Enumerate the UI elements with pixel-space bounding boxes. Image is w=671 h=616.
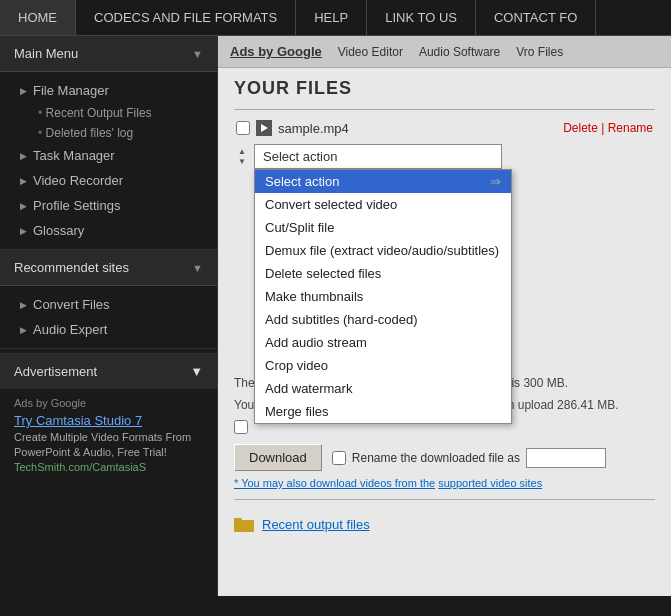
ad-url: TechSmith.com/CamtasiaS xyxy=(14,461,203,473)
sidebar-item-convert-files[interactable]: ▶ Convert Files xyxy=(0,292,217,317)
dropdown-item-0[interactable]: Select action ⇒ xyxy=(255,170,511,193)
video-note-text: * You may also download videos from the xyxy=(234,477,435,489)
sidebar-main-menu-items: ▶ File Manager Recent Output Files Delet… xyxy=(0,72,217,250)
file-row-left: sample.mp4 xyxy=(236,120,349,136)
your-files-section: YOUR FILES sample.mp4 Delete | Rename xyxy=(218,68,671,548)
recent-output-link[interactable]: Recent output files xyxy=(262,517,370,532)
download-bar: Download Rename the downloaded file as xyxy=(234,444,655,471)
sidebar-tri-icon-4: ▶ xyxy=(20,201,27,211)
sidebar-item-profile-settings[interactable]: ▶ Profile Settings xyxy=(0,193,217,218)
nav-contact[interactable]: CONTACT FO xyxy=(476,0,596,35)
folder-svg xyxy=(234,516,254,532)
supported-sites-link[interactable]: supported video sites xyxy=(438,477,542,489)
dropdown-item-9[interactable]: Add watermark xyxy=(255,377,511,400)
select-action-bar: ▲ ▼ Select action Convert selected video… xyxy=(234,144,655,169)
ads-by-google-label: Ads by Google xyxy=(14,397,203,409)
play-triangle xyxy=(261,124,268,132)
sidebar-tri-icon-7: ▶ xyxy=(20,325,27,335)
recent-output-row: Recent output files xyxy=(234,510,655,538)
sidebar-recommended-items: ▶ Convert Files ▶ Audio Expert xyxy=(0,286,217,349)
scroll-down-icon[interactable]: ▼ xyxy=(238,157,246,167)
download-button[interactable]: Download xyxy=(234,444,322,471)
dropdown-item-2[interactable]: Cut/Split file xyxy=(255,216,511,239)
sidebar-tri-icon-3: ▶ xyxy=(20,176,27,186)
nav-codecs[interactable]: CODECS AND FILE FORMATS xyxy=(76,0,296,35)
rename-downloaded-label: Rename the downloaded file as xyxy=(332,448,606,468)
sidebar-audio-expert-label: Audio Expert xyxy=(33,322,107,337)
folder-icon xyxy=(234,516,254,532)
subnav-video-editor[interactable]: Video Editor xyxy=(338,45,403,59)
rename-downloaded-input[interactable] xyxy=(526,448,606,468)
sidebar-advertisement-section: Advertisement ▼ Ads by Google Try Camtas… xyxy=(0,353,217,481)
sidebar-tri-icon-5: ▶ xyxy=(20,226,27,236)
sidebar-profile-settings-label: Profile Settings xyxy=(33,198,120,213)
action-select[interactable]: Select action Convert selected video Cut… xyxy=(254,144,502,169)
file-actions: Delete | Rename xyxy=(563,121,653,135)
sidebar-tri-icon-2: ▶ xyxy=(20,151,27,161)
top-nav: HOME CODECS AND FILE FORMATS HELP LINK T… xyxy=(0,0,671,36)
sidebar-section-main-menu-label: Main Menu xyxy=(14,46,78,61)
subnav-vro-files[interactable]: Vro Files xyxy=(516,45,563,59)
sidebar-item-video-recorder[interactable]: ▶ Video Recorder xyxy=(0,168,217,193)
sidebar-section-arrow: ▼ xyxy=(192,48,203,60)
sidebar-tri-icon-6: ▶ xyxy=(20,300,27,310)
sidebar-tri-icon: ▶ xyxy=(20,86,27,96)
dropdown-item-7[interactable]: Add audio stream xyxy=(255,331,511,354)
sidebar-section-recommended-label: Recommendet sites xyxy=(14,260,129,275)
delete-link[interactable]: Delete xyxy=(563,121,598,135)
video-note: * You may also download videos from the … xyxy=(234,477,655,489)
upload-checkbox[interactable] xyxy=(234,420,248,434)
play-icon-button[interactable] xyxy=(256,120,272,136)
rename-downloaded-checkbox[interactable] xyxy=(332,451,346,465)
dropdown-open: Select action ⇒ Convert selected video C… xyxy=(254,169,512,424)
sidebar-item-glossary[interactable]: ▶ Glossary xyxy=(0,218,217,243)
page-title: YOUR FILES xyxy=(234,78,655,99)
sidebar-recommended-arrow: ▼ xyxy=(192,262,203,274)
dropdown-item-6[interactable]: Add subtitles (hard-coded) xyxy=(255,308,511,331)
sidebar: Main Menu ▼ ▶ File Manager Recent Output… xyxy=(0,36,218,596)
file-checkbox[interactable] xyxy=(236,121,250,135)
ad-title[interactable]: Try Camtasia Studio 7 xyxy=(14,413,203,428)
sidebar-item-recent-output[interactable]: Recent Output Files xyxy=(0,103,217,123)
dropdown-item-8[interactable]: Crop video xyxy=(255,354,511,377)
nav-home[interactable]: HOME xyxy=(0,0,76,35)
dropdown-item-1[interactable]: Convert selected video xyxy=(255,193,511,216)
nav-help[interactable]: HELP xyxy=(296,0,367,35)
sidebar-section-main-menu[interactable]: Main Menu ▼ xyxy=(0,36,217,72)
sidebar-task-manager-label: Task Manager xyxy=(33,148,115,163)
files-divider xyxy=(234,109,655,110)
main-layout: Main Menu ▼ ▶ File Manager Recent Output… xyxy=(0,36,671,596)
action-area: ▲ ▼ Select action Convert selected video… xyxy=(234,144,655,169)
content-area: Ads by Google Video Editor Audio Softwar… xyxy=(218,36,671,596)
rename-link[interactable]: Rename xyxy=(608,121,653,135)
sidebar-item-task-manager[interactable]: ▶ Task Manager xyxy=(0,143,217,168)
sidebar-file-manager-label: File Manager xyxy=(33,83,109,98)
file-name: sample.mp4 xyxy=(278,121,349,136)
select-wrapper: Select action Convert selected video Cut… xyxy=(254,144,502,169)
sidebar-section-recommended[interactable]: Recommendet sites ▼ xyxy=(0,250,217,286)
sidebar-video-recorder-label: Video Recorder xyxy=(33,173,123,188)
section-divider xyxy=(234,499,655,500)
svg-rect-1 xyxy=(234,518,242,522)
sidebar-item-audio-expert[interactable]: ▶ Audio Expert xyxy=(0,317,217,342)
sidebar-advertisement-label: Advertisement xyxy=(14,364,97,379)
sidebar-convert-files-label: Convert Files xyxy=(33,297,110,312)
nav-link[interactable]: LINK TO US xyxy=(367,0,476,35)
sidebar-item-deleted-log[interactable]: Deleted files' log xyxy=(0,123,217,143)
sidebar-advertisement-content: Ads by Google Try Camtasia Studio 7 Crea… xyxy=(0,389,217,481)
dropdown-item-10[interactable]: Merge files xyxy=(255,400,511,423)
dropdown-item-3[interactable]: Demux file (extract video/audio/subtitle… xyxy=(255,239,511,262)
dropdown-item-5[interactable]: Make thumbnails xyxy=(255,285,511,308)
scroll-up-icon[interactable]: ▲ xyxy=(238,147,246,157)
sidebar-item-file-manager[interactable]: ▶ File Manager xyxy=(0,78,217,103)
subnav-audio-software[interactable]: Audio Software xyxy=(419,45,500,59)
sidebar-advertisement-arrow: ▼ xyxy=(190,364,203,379)
scroll-indicator: ▲ ▼ xyxy=(234,147,250,166)
content-subnav: Ads by Google Video Editor Audio Softwar… xyxy=(218,36,671,68)
rename-downloaded-text: Rename the downloaded file as xyxy=(352,451,520,465)
dropdown-item-4[interactable]: Delete selected files xyxy=(255,262,511,285)
subnav-ads-link[interactable]: Ads by Google xyxy=(230,44,322,59)
ads-text: Ads by Google xyxy=(14,397,86,409)
file-row: sample.mp4 Delete | Rename xyxy=(234,120,655,136)
sidebar-advertisement-header[interactable]: Advertisement ▼ xyxy=(0,354,217,389)
